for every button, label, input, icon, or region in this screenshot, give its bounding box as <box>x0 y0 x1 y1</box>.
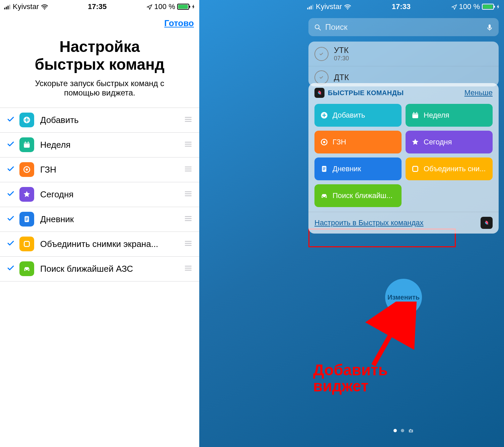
page-indicator <box>393 428 414 433</box>
annotation-arrow <box>363 302 424 369</box>
battery-pct: 100 % <box>154 2 175 11</box>
signal-icon <box>307 4 314 9</box>
charging-icon <box>496 3 500 10</box>
plus-circle-icon <box>320 111 329 120</box>
drag-handle-icon[interactable] <box>184 264 194 273</box>
annotation-text: Добавить виджет <box>313 362 388 394</box>
shortcut-tile[interactable]: Поиск ближайш... <box>314 184 402 207</box>
square-icon <box>411 165 420 173</box>
shortcuts-app-icon[interactable] <box>481 217 493 229</box>
shortcuts-widget: БЫСТРЫЕ КОМАНДЫ Меньше ДобавитьНеделяГЗН… <box>308 83 499 234</box>
shortcut-tile[interactable]: Дневник <box>314 157 402 180</box>
alarm-item[interactable]: УТК 07:30 <box>308 42 499 66</box>
carrier-name: Kyivstar <box>13 2 39 11</box>
item-label: Поиск ближайшей АЗС <box>40 264 184 274</box>
status-bar: Kyivstar 17:33 100 % <box>303 0 504 13</box>
drag-handle-icon[interactable] <box>184 165 194 174</box>
tile-label: ГЗН <box>333 138 346 146</box>
checkmark-icon <box>7 239 18 249</box>
drag-handle-icon[interactable] <box>184 116 194 124</box>
alarm-name: УТК <box>334 46 349 55</box>
item-label: Дневник <box>40 214 184 225</box>
tile-label: Сегодня <box>424 138 452 146</box>
search-icon <box>314 23 321 31</box>
wifi-icon <box>41 4 48 10</box>
tile-label: Поиск ближайш... <box>333 191 392 200</box>
shortcut-tile[interactable]: Добавить <box>314 104 402 127</box>
checkmark-icon <box>7 115 18 125</box>
drag-handle-icon[interactable] <box>184 140 194 149</box>
list-item[interactable]: Поиск ближайшей АЗС <box>0 257 199 281</box>
list-item[interactable]: Добавить <box>0 108 199 133</box>
calendar-icon <box>411 111 420 120</box>
list-item[interactable]: Сегодня <box>0 182 199 207</box>
square-icon <box>19 237 34 251</box>
page-dot <box>393 429 397 432</box>
checkmark-icon <box>7 165 18 174</box>
alarm-check-icon <box>314 47 329 61</box>
tile-label: Дневник <box>333 165 361 173</box>
list-item[interactable]: Дневник <box>0 207 199 232</box>
status-time: 17:35 <box>88 2 106 11</box>
shortcuts-app-icon <box>314 88 325 98</box>
location-icon <box>451 4 457 10</box>
battery-pct: 100 % <box>459 2 480 11</box>
battery-icon <box>177 4 189 10</box>
right-screen: Kyivstar 17:33 100 % Поиск УТК 07:30 <box>199 0 504 447</box>
car-icon <box>320 191 329 200</box>
tile-label: Неделя <box>424 111 449 120</box>
list-item[interactable]: ГЗН <box>0 157 199 182</box>
alarm-widget: УТК 07:30 ДТК <box>308 42 499 86</box>
doc-icon <box>19 212 34 227</box>
widget-title: БЫСТРЫЕ КОМАНДЫ <box>328 89 461 97</box>
list-item[interactable]: Неделя <box>0 133 199 157</box>
shortcut-tile[interactable]: Сегодня <box>406 131 493 153</box>
shortcut-tile[interactable]: ГЗН <box>314 131 402 153</box>
search-input[interactable]: Поиск <box>308 18 499 36</box>
drag-handle-icon[interactable] <box>184 240 194 248</box>
list-item[interactable]: Объединить снимки экрана... <box>0 232 199 257</box>
item-label: Добавить <box>40 115 184 125</box>
checkmark-icon <box>7 140 18 149</box>
alarm-name: ДТК <box>334 73 349 82</box>
car-icon <box>19 261 34 276</box>
checkmark-icon <box>7 264 18 273</box>
configure-link[interactable]: Настроить в Быстрых командах <box>314 218 424 227</box>
page-dot <box>401 429 404 432</box>
status-bar: Kyivstar 17:35 100 % <box>0 0 199 13</box>
star-icon <box>19 187 34 202</box>
item-label: Сегодня <box>40 189 184 200</box>
tile-label: Добавить <box>333 111 365 120</box>
doc-icon <box>320 165 329 173</box>
mic-icon[interactable] <box>486 23 493 31</box>
drag-handle-icon[interactable] <box>184 190 194 199</box>
alarm-time: 07:30 <box>334 55 349 62</box>
shortcut-list: Добавить Неделя ГЗН Сегодня Дневник Объе… <box>0 108 199 281</box>
left-screen: Kyivstar 17:35 100 % Готово Настройка бы… <box>0 0 199 447</box>
alarm-check-icon <box>314 70 329 84</box>
plus-icon <box>19 113 34 127</box>
calendar-icon <box>19 137 34 152</box>
done-button[interactable]: Готово <box>164 18 194 28</box>
show-less-button[interactable]: Меньше <box>464 88 493 97</box>
search-placeholder: Поиск <box>325 22 482 32</box>
charging-icon <box>191 3 195 10</box>
target-icon <box>19 162 34 177</box>
shortcut-tile[interactable]: Объединить сни... <box>406 157 493 180</box>
location-icon <box>146 4 152 10</box>
item-label: ГЗН <box>40 165 184 175</box>
drag-handle-icon[interactable] <box>184 215 194 224</box>
target-icon <box>320 138 329 146</box>
wifi-icon <box>344 4 351 10</box>
item-label: Объединить снимки экрана... <box>40 239 184 249</box>
checkmark-icon <box>7 190 18 199</box>
tile-label: Объединить сни... <box>424 165 486 173</box>
camera-icon <box>408 428 414 433</box>
battery-icon <box>482 4 494 10</box>
item-label: Неделя <box>40 140 184 150</box>
star-icon <box>411 138 420 146</box>
shortcut-tile[interactable]: Неделя <box>406 104 493 127</box>
page-title: Настройка быстрых команд <box>0 33 199 73</box>
widget-tiles: ДобавитьНеделяГЗНСегодняДневникОбъединит… <box>308 101 499 212</box>
status-time: 17:33 <box>392 2 411 11</box>
